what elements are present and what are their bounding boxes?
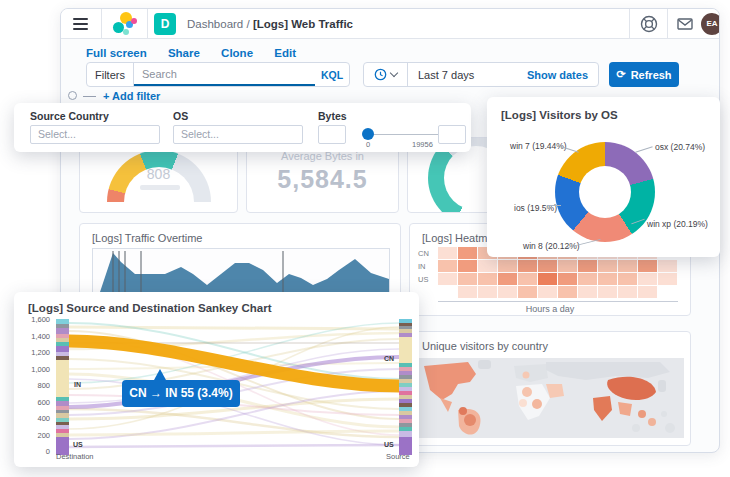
heatmap-cell [458, 286, 477, 298]
heatmap-cell [618, 286, 637, 298]
breadcrumb-dashboard[interactable]: Dashboard [187, 18, 243, 30]
source-country-label: Source Country [30, 110, 109, 122]
gauge-bar [140, 185, 180, 190]
edit-link[interactable]: Edit [274, 47, 296, 59]
sankey-node-label-us-right: US [384, 441, 394, 448]
heatmap-cell [558, 273, 577, 285]
heatmap-cell [618, 260, 637, 272]
heatmap-cell [558, 286, 577, 298]
sankey-y-tick: 0 [20, 448, 50, 456]
heatmap-cell [578, 273, 597, 285]
bytes-slider-track [366, 134, 440, 135]
sankey-y-tick: 1,000 [20, 366, 50, 374]
sankey-node-label-cn: CN [384, 355, 394, 362]
slider-max-label: 19956 [412, 140, 433, 149]
sankey-y-tick: 1,400 [20, 333, 50, 341]
sankey-left-node-bar [56, 319, 69, 455]
heatmap-cell [498, 286, 517, 298]
divider [667, 9, 668, 39]
heatmap-cell [438, 286, 457, 298]
show-dates-button[interactable]: Show dates [527, 69, 598, 81]
help-icon[interactable] [639, 14, 659, 34]
heatmap-cell [598, 260, 617, 272]
heatmap-cell [438, 273, 457, 285]
os-label: OS [173, 110, 188, 122]
sankey-y-tick: 800 [20, 382, 50, 390]
heatmap-axis-line [438, 301, 678, 302]
os-select[interactable]: Select... [173, 125, 303, 144]
donut-label-winxp: win xp (20.19%) [647, 219, 708, 229]
heatmap-cell [438, 260, 457, 272]
heatmap-cell [458, 260, 477, 272]
heatmap-cell [458, 247, 477, 259]
heatmap-cell [538, 286, 557, 298]
menu-icon[interactable] [73, 18, 88, 30]
search-input-wrap [134, 63, 315, 86]
refresh-label: Refresh [631, 69, 672, 81]
time-range-value[interactable]: Last 7 days [408, 69, 527, 81]
divider [101, 9, 102, 39]
divider [629, 9, 630, 39]
heatmap-cell [578, 260, 597, 272]
elastic-logo-icon[interactable] [113, 12, 137, 36]
donut-label-win7: win 7 (19.44%) [510, 141, 567, 151]
donut-hole [579, 166, 631, 218]
dashboard-actions: Full screen Share Clone Edit [86, 47, 314, 59]
heatmap-cell [638, 260, 657, 272]
panel-title: [Logs] Traffic Overtime [92, 232, 202, 244]
time-picker-button[interactable] [364, 63, 408, 86]
mail-icon[interactable] [675, 14, 695, 34]
metric-value: 5,584.5 [247, 165, 398, 194]
bytes-slider-handle[interactable] [362, 128, 374, 140]
heatmap-cell [658, 286, 677, 298]
breadcrumb-divider: / [246, 18, 249, 30]
share-link[interactable]: Share [168, 47, 200, 59]
full-screen-link[interactable]: Full screen [86, 47, 147, 59]
filter-controls-panel: Source Country Select... OS Select... By… [14, 103, 471, 152]
clock-icon [374, 68, 387, 81]
heatmap-cell [518, 273, 537, 285]
bytes-label: Bytes [318, 110, 347, 122]
bytes-max-input[interactable] [438, 125, 466, 144]
refresh-button[interactable]: ⟳ Refresh [609, 62, 679, 87]
sankey-tooltip: CN → IN 55 (3.4%) [122, 380, 240, 407]
source-country-select[interactable]: Select... [30, 125, 160, 144]
heatmap-cell [658, 260, 677, 272]
breadcrumb-current: [Logs] Web Traffic [253, 18, 353, 30]
search-input[interactable] [134, 63, 315, 84]
panel-title: [Logs] Visitors by OS [501, 109, 618, 121]
sankey-y-tick: 600 [20, 399, 50, 407]
sankey-right-node-bar [399, 319, 412, 455]
heatmap-cell [638, 286, 657, 298]
heatmap-cell [658, 273, 677, 285]
avatar[interactable]: EA [701, 13, 720, 35]
heatmap-cell [518, 260, 537, 272]
clone-link[interactable]: Clone [221, 47, 253, 59]
sankey-y-tick: 400 [20, 415, 50, 423]
heatmap-cell [458, 273, 477, 285]
add-filter-button[interactable]: + Add filter [103, 90, 160, 102]
kql-button[interactable]: KQL [315, 63, 349, 86]
donut-label-osx: osx (20.74%) [655, 142, 705, 152]
heatmap-cell [598, 286, 617, 298]
slider-min-label: 0 [366, 140, 370, 149]
heatmap-cell [518, 286, 537, 298]
sankey-axis-right: Source [386, 452, 410, 461]
heatmap-cell [478, 273, 497, 285]
sankey-axis-left: Destination [56, 452, 94, 461]
sankey-y-tick: 200 [20, 432, 50, 440]
leader-line [635, 146, 652, 153]
sankey-y-tick: 1,200 [20, 349, 50, 357]
space-badge[interactable]: D [154, 13, 176, 35]
heatmap-row-label: CN [418, 247, 429, 260]
search-bar-group: Filters KQL [86, 62, 350, 87]
heatmap-row-labels: CN IN US [418, 247, 429, 286]
heatmap-cell [618, 273, 637, 285]
heatmap-row-label: IN [418, 260, 429, 273]
filters-button[interactable]: Filters [87, 63, 134, 86]
time-picker-group: Last 7 days Show dates [363, 62, 599, 87]
filter-pill-circle[interactable] [68, 91, 77, 100]
bytes-min-input[interactable] [318, 125, 346, 144]
panel-title: Unique visitors by country [422, 340, 548, 352]
sankey-y-tick: 1,600 [20, 316, 50, 324]
